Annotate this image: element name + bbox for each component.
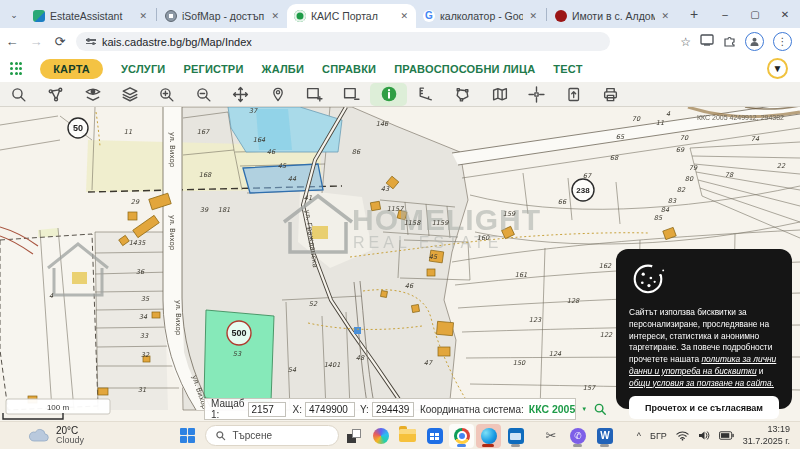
screen: ⌄ EstateAssistant ✕ iSofMap - достъп до … (0, 0, 800, 449)
parcel-number: 66 (558, 198, 567, 206)
word-button[interactable]: W (592, 424, 617, 448)
cookie-icon (629, 259, 667, 297)
tray-expand-icon[interactable]: ^ (637, 431, 641, 441)
nav-registri[interactable]: РЕГИСТРИ (183, 63, 243, 75)
nav-zhalbi[interactable]: ЖАЛБИ (262, 63, 305, 75)
clock[interactable]: 13:19 31.7.2025 г. (743, 424, 790, 447)
parcel-number: 80 (685, 175, 694, 183)
zoom-out-icon[interactable] (185, 82, 222, 107)
export-page-icon[interactable] (555, 82, 592, 107)
parcel-number: 164 (253, 136, 266, 144)
info-tool-icon[interactable] (370, 83, 407, 106)
x-coordinate-input[interactable] (305, 402, 355, 417)
terms-link[interactable]: общи условия за ползване на сайта. (629, 378, 774, 388)
parcel-number: 46 (267, 148, 276, 156)
language-indicator[interactable]: БГР (650, 431, 667, 441)
profile-avatar[interactable] (745, 32, 764, 51)
close-tab-icon[interactable]: ✕ (270, 11, 280, 21)
start-button[interactable] (180, 428, 195, 443)
weather-widget[interactable]: 20°C Cloudy (28, 425, 84, 446)
share-screen-icon[interactable] (700, 34, 714, 49)
layers-visibility-icon[interactable] (74, 82, 111, 107)
back-icon[interactable]: ← (0, 34, 24, 49)
y-coordinate-input[interactable] (372, 402, 414, 417)
nav-pravosposobni-litsa[interactable]: ПРАВОСПОСОБНИ ЛИЦА (394, 63, 535, 75)
cookie-accept-button[interactable]: Прочетох и се съгласявам (629, 396, 779, 419)
browser-tab-kais-active[interactable]: КАИС Портал ✕ (287, 4, 416, 28)
zoom-in-icon[interactable] (148, 82, 185, 107)
bookmark-star-icon[interactable]: ☆ (680, 35, 691, 49)
close-tab-icon[interactable]: ✕ (660, 11, 670, 21)
scale-label: Мащаб 1: (211, 398, 245, 420)
browser-tab-estateassistant[interactable]: EstateAssistant ✕ (26, 4, 155, 28)
parcel-number: 34 (139, 313, 148, 321)
url-text: kais.cadastre.bg/bg/Map/Index (102, 36, 252, 48)
nav-uslugi[interactable]: УСЛУГИ (121, 63, 165, 75)
site-settings-icon[interactable] (86, 39, 96, 44)
tab-divider (546, 8, 547, 21)
outlook-button[interactable] (503, 424, 528, 448)
download-circle-button[interactable]: ▼ (767, 58, 788, 79)
url-field[interactable]: kais.cadastre.bg/bg/Map/Index (76, 32, 610, 51)
browser-tab-strip: ⌄ EstateAssistant ✕ iSofMap - достъп до … (0, 0, 800, 28)
tab-search-chevron-icon[interactable]: ⌄ (4, 5, 24, 25)
estateassistant-favicon-icon (33, 10, 45, 22)
wifi-icon[interactable] (676, 430, 689, 441)
crs-dropdown-icon[interactable]: ▼ (581, 406, 587, 412)
snipping-tool-button[interactable]: ✂ (538, 424, 563, 448)
parcel-number: 146 (376, 120, 389, 128)
map-search-icon[interactable] (593, 402, 607, 416)
measure-area-icon[interactable] (444, 82, 481, 107)
close-tab-icon[interactable]: ✕ (528, 11, 538, 21)
task-view-button[interactable] (341, 424, 366, 448)
apps-grid-icon[interactable] (10, 62, 22, 74)
edge-button[interactable] (476, 424, 501, 448)
viber-button[interactable]: ✆ (565, 424, 590, 448)
close-tab-icon[interactable]: ✕ (138, 11, 148, 21)
layers-icon[interactable] (111, 82, 148, 107)
coordinates-crosshair-icon[interactable] (518, 82, 555, 107)
reload-icon[interactable]: ⟳ (48, 34, 72, 49)
nav-karta[interactable]: КАРТА (40, 59, 103, 79)
crs-value[interactable]: ККС 2005 (529, 403, 576, 415)
nav-test[interactable]: ТЕСТ (553, 63, 582, 75)
chrome-button[interactable] (449, 424, 474, 448)
parcel-number: 1159 (432, 219, 449, 227)
maximize-button[interactable]: ▢ (740, 0, 770, 28)
coordinate-readout: ККС 2005 4249912, 294382 (697, 114, 784, 121)
parcel-number: 11 (656, 119, 664, 127)
map-toolbar (0, 82, 800, 107)
location-pin-icon[interactable] (259, 82, 296, 107)
road-badge-label: 50 (73, 123, 83, 133)
building (411, 304, 419, 312)
pan-icon[interactable] (222, 82, 259, 107)
browser-tab-imoti[interactable]: Имоти в с. Алдомировц ✕ (548, 4, 677, 28)
map-sheets-icon[interactable] (481, 82, 518, 107)
battery-icon[interactable] (719, 431, 734, 440)
select-rect-remove-icon[interactable] (333, 82, 370, 107)
extensions-icon[interactable] (723, 34, 736, 50)
parcel-number: 78 (725, 171, 734, 179)
volume-icon[interactable] (698, 430, 710, 441)
taskbar-search[interactable]: Търсене (205, 425, 339, 446)
building (381, 291, 388, 298)
parcel-number: 161 (515, 271, 527, 279)
taskbar-search-placeholder: Търсене (232, 430, 272, 441)
measure-length-icon[interactable] (407, 82, 444, 107)
browser-tab-google[interactable]: калколатор - Google Тъ ✕ (416, 4, 545, 28)
close-window-button[interactable]: ✕ (770, 0, 800, 28)
print-icon[interactable] (592, 82, 629, 107)
select-rect-add-icon[interactable] (296, 82, 333, 107)
browser-tab-isofmap[interactable]: iSofMap - достъп до ци ✕ (158, 4, 287, 28)
minimize-button[interactable]: – (710, 0, 740, 28)
scale-input[interactable] (248, 402, 286, 417)
microsoft-store-button[interactable] (422, 424, 447, 448)
new-tab-button[interactable]: + (683, 3, 705, 25)
copilot-button[interactable] (368, 424, 393, 448)
file-explorer-button[interactable] (395, 424, 420, 448)
close-tab-icon[interactable]: ✕ (399, 11, 409, 21)
route-network-icon[interactable] (37, 82, 74, 107)
nav-spravki[interactable]: СПРАВКИ (322, 63, 376, 75)
search-icon[interactable] (0, 82, 37, 107)
browser-menu-icon[interactable]: ⋮ (773, 32, 792, 51)
